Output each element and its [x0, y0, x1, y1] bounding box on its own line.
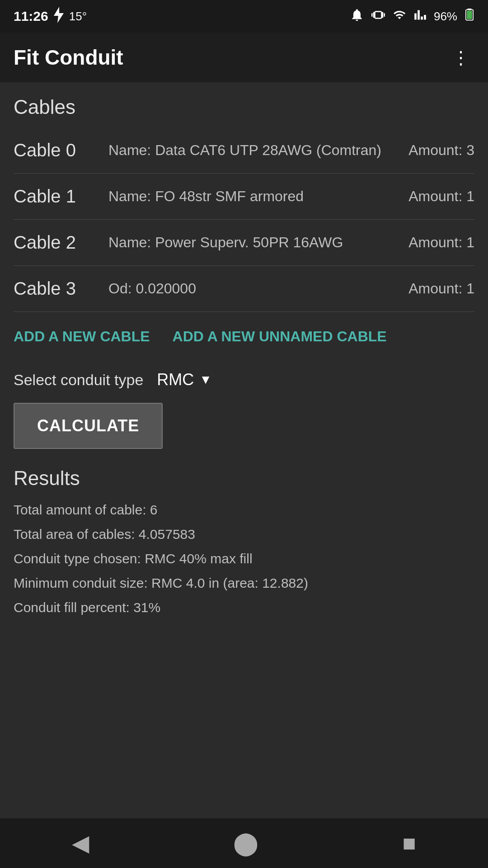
result-conduit-type: Conduit type chosen: RMC 40% max fill	[14, 547, 474, 571]
temperature: 15°	[69, 9, 87, 24]
signal-icon	[414, 9, 427, 24]
conduit-type-select[interactable]: RMC ▼	[157, 370, 212, 389]
vibrate-icon	[371, 8, 385, 25]
content: Cables Cable 0 Name: Data CAT6 UTP 28AWG…	[0, 82, 488, 629]
cable-1-label: Cable 1	[14, 186, 99, 207]
status-time: 11:26	[14, 9, 48, 24]
cable-1-amount: Amount: 1	[408, 188, 474, 205]
conduit-type-label: Select conduit type	[14, 371, 143, 389]
cable-0-label: Cable 0	[14, 140, 99, 160]
svg-marker-0	[54, 7, 64, 23]
svg-rect-4	[469, 9, 471, 10]
conduit-selected-value: RMC	[157, 370, 194, 389]
results-section: Results Total amount of cable: 6 Total a…	[14, 467, 474, 620]
cable-1-details: Name: FO 48str SMF armored	[108, 186, 399, 207]
svg-rect-3	[467, 10, 472, 19]
cable-item-0[interactable]: Cable 0 Name: Data CAT6 UTP 28AWG (Comtr…	[14, 127, 474, 174]
bottom-nav: ◀ ⬤ ■	[0, 818, 488, 868]
app-title: Fit Conduit	[14, 45, 123, 70]
nav-home-button[interactable]: ⬤	[233, 830, 258, 856]
flash-icon	[54, 7, 64, 26]
alarm-icon	[350, 8, 364, 25]
status-bar: 11:26 15° 96%	[0, 0, 488, 33]
nav-back-button[interactable]: ◀	[72, 830, 89, 856]
add-new-unnamed-cable-button[interactable]: ADD A NEW UNNAMED CABLE	[173, 328, 387, 345]
more-options-icon[interactable]: ⋮	[447, 42, 474, 72]
cable-item-3[interactable]: Cable 3 Od: 0.020000 Amount: 1	[14, 266, 474, 312]
cable-2-label: Cable 2	[14, 232, 99, 253]
calculate-button[interactable]: CALCULATE	[14, 403, 163, 449]
status-left: 11:26 15°	[14, 7, 87, 26]
cables-section: Cables Cable 0 Name: Data CAT6 UTP 28AWG…	[14, 96, 474, 312]
app-bar: Fit Conduit ⋮	[0, 33, 488, 82]
cable-item-1[interactable]: Cable 1 Name: FO 48str SMF armored Amoun…	[14, 174, 474, 220]
cable-item-2[interactable]: Cable 2 Name: Power Superv. 50PR 16AWG A…	[14, 220, 474, 266]
nav-recent-button[interactable]: ■	[402, 830, 416, 856]
wifi-icon	[392, 9, 407, 24]
result-fill-percent: Conduit fill percent: 31%	[14, 595, 474, 620]
cable-3-details: Od: 0.020000	[108, 278, 399, 299]
cable-3-amount: Amount: 1	[408, 280, 474, 297]
status-right: 96%	[350, 8, 474, 25]
conduit-type-row: Select conduit type RMC ▼	[14, 361, 474, 403]
results-title: Results	[14, 467, 474, 490]
battery-icon	[465, 9, 474, 24]
add-new-cable-button[interactable]: ADD A NEW CABLE	[14, 328, 150, 345]
dropdown-arrow-icon: ▼	[199, 373, 212, 387]
result-min-size: Minimum conduit size: RMC 4.0 in (area: …	[14, 571, 474, 595]
cable-3-label: Cable 3	[14, 278, 99, 299]
cable-2-details: Name: Power Superv. 50PR 16AWG	[108, 232, 399, 253]
cables-title: Cables	[14, 96, 474, 118]
cable-2-amount: Amount: 1	[408, 234, 474, 251]
result-total-area: Total area of cables: 4.057583	[14, 522, 474, 547]
result-total-cable: Total amount of cable: 6	[14, 498, 474, 522]
battery: 96%	[434, 9, 457, 24]
add-buttons-row: ADD A NEW CABLE ADD A NEW UNNAMED CABLE	[14, 312, 474, 361]
cable-0-amount: Amount: 3	[408, 142, 474, 159]
cable-0-details: Name: Data CAT6 UTP 28AWG (Comtran)	[108, 140, 399, 160]
